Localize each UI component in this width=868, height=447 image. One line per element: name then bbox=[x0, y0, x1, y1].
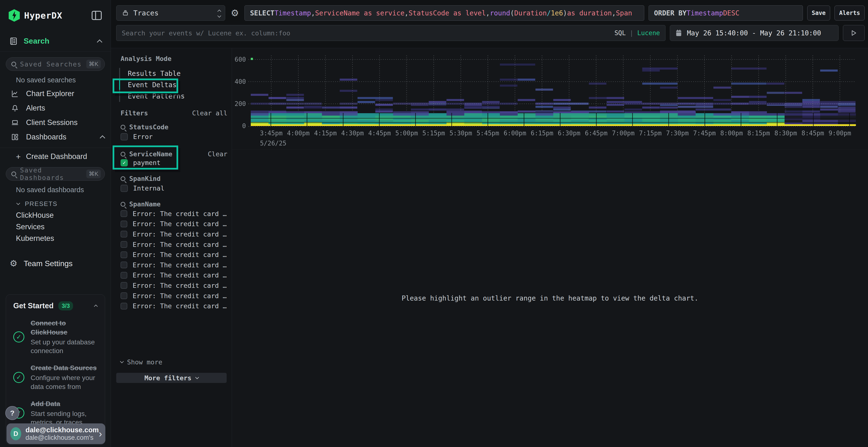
chevron-up-icon[interactable] bbox=[94, 303, 97, 309]
presets-toggle[interactable]: PRESETS bbox=[17, 200, 111, 208]
step-desc: Configure where your data comes from bbox=[31, 374, 99, 391]
saved-dashboards-input[interactable]: Saved Dashboards ⌘K bbox=[6, 167, 105, 181]
show-more-link[interactable]: Show more bbox=[121, 358, 162, 366]
sql-token: , bbox=[486, 9, 490, 17]
checkbox-unchecked[interactable] bbox=[121, 303, 127, 309]
checkbox-unchecked[interactable] bbox=[121, 251, 127, 258]
checkbox-unchecked[interactable] bbox=[121, 220, 127, 227]
filter-option-spanname[interactable]: Error: The credit card … bbox=[121, 209, 227, 219]
checkbox-unchecked[interactable] bbox=[121, 262, 127, 268]
chevron-down-icon bbox=[17, 201, 20, 205]
filter-option-spanname[interactable]: Error: The credit card … bbox=[121, 260, 227, 270]
alerts-button[interactable]: Alerts bbox=[835, 5, 865, 21]
sql-select-input[interactable]: SELECT Timestamp, ServiceName as service… bbox=[245, 5, 644, 21]
event-search-input[interactable]: Search your events w/ Lucene ex. column:… bbox=[116, 25, 665, 41]
sql-orderby-input[interactable]: ORDER BY Timestamp DESC bbox=[649, 5, 803, 21]
show-more-label: Show more bbox=[127, 358, 162, 366]
get-started-item[interactable]: ✓ Add Data Start sending logs, metrics, … bbox=[13, 399, 99, 427]
group-label: StatusCode bbox=[129, 123, 168, 131]
mode-results-table[interactable]: Results Table bbox=[128, 68, 196, 79]
get-started-header[interactable]: Get Started 3/3 bbox=[13, 301, 99, 310]
sidebar-item-dashboards[interactable]: Dashboards bbox=[0, 130, 111, 144]
source-icon bbox=[122, 9, 129, 16]
checkbox-unchecked[interactable] bbox=[121, 133, 128, 140]
dashboard-grid-icon bbox=[10, 133, 20, 141]
option-label: Error bbox=[133, 133, 153, 140]
checkbox-unchecked[interactable] bbox=[121, 272, 127, 279]
filter-group-statuscode[interactable]: StatusCode bbox=[121, 123, 168, 131]
more-filters-button[interactable]: More filters bbox=[116, 373, 227, 383]
create-dashboard-button[interactable]: + Create Dashboard bbox=[0, 148, 111, 165]
source-select-value: Traces bbox=[133, 9, 218, 17]
option-label: Error: The credit card … bbox=[133, 292, 227, 300]
option-label: Error: The credit card … bbox=[133, 261, 227, 269]
checkbox-unchecked[interactable] bbox=[121, 231, 127, 238]
get-started-item[interactable]: ✓ Connect to ClickHouse Set up your data… bbox=[13, 319, 99, 355]
option-label: Error: The credit card … bbox=[133, 302, 227, 310]
checkbox-unchecked[interactable] bbox=[121, 185, 128, 192]
sidebar-collapse-icon[interactable] bbox=[91, 10, 102, 20]
saved-searches-input[interactable]: Saved Searches ⌘K bbox=[6, 57, 105, 71]
sidebar-header: HyperDX bbox=[0, 0, 111, 31]
option-label: Error: The credit card … bbox=[133, 241, 227, 248]
checkbox-unchecked[interactable] bbox=[121, 241, 127, 248]
source-select[interactable]: Traces bbox=[116, 5, 225, 21]
filter-group-spanname[interactable]: SpanName bbox=[121, 200, 161, 208]
delta-chart-empty-message: Please highlight an outlier range in the… bbox=[232, 294, 868, 302]
help-button[interactable]: ? bbox=[5, 406, 19, 420]
preset-services[interactable]: Services bbox=[0, 221, 111, 233]
sidebar-item-search[interactable]: Search bbox=[0, 31, 111, 51]
checkbox-unchecked[interactable] bbox=[121, 282, 127, 289]
check-circle-icon: ✓ bbox=[13, 372, 24, 383]
chevron-up-icon[interactable] bbox=[97, 39, 102, 45]
filter-group-spankind[interactable]: SpanKind bbox=[121, 175, 161, 182]
filter-option-spanname[interactable]: Error: The credit card … bbox=[121, 239, 227, 250]
chevron-up-icon[interactable] bbox=[100, 135, 105, 141]
clear-link[interactable]: Clear bbox=[208, 150, 227, 158]
filter-option-spanname[interactable]: Error: The credit card … bbox=[121, 270, 227, 281]
time-range-value: May 26 15:40:00 - May 26 21:10:00 bbox=[687, 29, 821, 37]
sql-token: round bbox=[490, 9, 510, 17]
option-label: Error: The credit card … bbox=[133, 271, 227, 279]
source-settings-gear-icon[interactable]: ⚙ bbox=[229, 8, 240, 18]
app-logo[interactable]: HyperDX bbox=[9, 9, 62, 22]
annotation-box-servicename bbox=[113, 145, 178, 170]
heatmap-canvas[interactable] bbox=[232, 48, 868, 173]
filter-option-spanname[interactable]: Error: The credit card … bbox=[121, 280, 227, 291]
clear-all-link[interactable]: Clear all bbox=[192, 109, 227, 117]
preset-label: Kubernetes bbox=[16, 234, 54, 243]
filter-option-spanname[interactable]: Error: The credit card … bbox=[121, 229, 227, 239]
team-settings-button[interactable]: ⚙ Team Settings bbox=[0, 256, 111, 271]
sidebar-item-client-sessions[interactable]: Client Sessions bbox=[0, 115, 111, 130]
saved-dashboards-placeholder: Saved Dashboards bbox=[20, 166, 86, 181]
preset-kubernetes[interactable]: Kubernetes bbox=[0, 233, 111, 244]
sql-token: Duration bbox=[514, 9, 547, 17]
save-button[interactable]: Save bbox=[807, 5, 830, 21]
filter-option-spanname[interactable]: Error: The credit card … bbox=[121, 301, 227, 311]
toggle-lucene[interactable]: Lucene bbox=[637, 29, 660, 37]
sidebar-item-alerts[interactable]: Alerts bbox=[0, 101, 111, 115]
user-account-chip[interactable]: D dale@clickhouse.com dale@clickhouse.co… bbox=[6, 423, 105, 444]
sidebar-item-chart-explorer[interactable]: Chart Explorer bbox=[0, 87, 111, 101]
app-title: HyperDX bbox=[24, 10, 62, 21]
toggle-sql[interactable]: SQL bbox=[614, 29, 626, 37]
filter-option-spanname[interactable]: Error: The credit card … bbox=[121, 249, 227, 260]
preset-clickhouse[interactable]: ClickHouse bbox=[0, 209, 111, 221]
search-icon bbox=[121, 125, 125, 130]
checkbox-unchecked[interactable] bbox=[121, 210, 127, 217]
filter-option-spanname[interactable]: Error: The credit card … bbox=[121, 219, 227, 229]
nav-label: Client Sessions bbox=[26, 118, 111, 127]
filter-option-internal[interactable]: Internal bbox=[121, 184, 164, 192]
filter-option-error[interactable]: Error bbox=[121, 133, 153, 140]
annotation-box-event-deltas bbox=[113, 78, 178, 93]
gear-icon: ⚙ bbox=[10, 259, 18, 269]
sql-token: , bbox=[612, 9, 616, 17]
sql-token: StatusCode as level bbox=[408, 9, 486, 17]
run-query-button[interactable] bbox=[843, 25, 865, 41]
checkbox-unchecked[interactable] bbox=[121, 293, 127, 299]
get-started-item[interactable]: ✓ Create Data Sources Configure where yo… bbox=[13, 364, 99, 391]
sql-token: ) bbox=[563, 9, 567, 17]
sql-token: SELECT bbox=[250, 9, 274, 17]
filter-option-spanname[interactable]: Error: The credit card … bbox=[121, 291, 227, 301]
time-range-picker[interactable]: May 26 15:40:00 - May 26 21:10:00 bbox=[670, 25, 839, 41]
